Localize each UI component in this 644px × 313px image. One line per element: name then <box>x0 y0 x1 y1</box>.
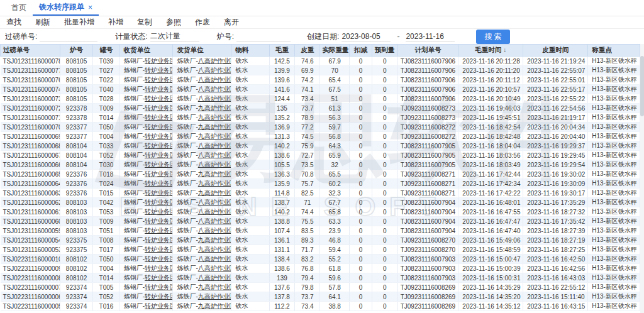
table-row[interactable]: TSJ02231116000008808102T014炼钢厂-转炉业务区炼铁厂-… <box>1 273 640 283</box>
table-row[interactable]: TSJ01231116000071923378T014炼钢厂-转炉业务区炼铁厂-… <box>1 113 640 123</box>
table-row[interactable]: TSJ02231116000010808102T050炼钢厂-转炉业务区炼铁厂-… <box>1 255 640 264</box>
col-expect[interactable]: 预到量 <box>372 45 397 57</box>
table-row[interactable]: TSJ02231116000005923374T016炼钢厂-转炉业务区炼铁厂-… <box>1 302 640 311</box>
cell-gross_time: 2023-11-16 19:45:51 <box>458 113 523 123</box>
scrollbar-thumb[interactable] <box>640 56 644 116</box>
col-gross-time[interactable]: 毛重时间↓ <box>458 45 523 57</box>
table-row[interactable]: TSJ01231116000062808103T042炼钢厂-转炉业务区炼铁厂-… <box>1 198 640 207</box>
cell-tare: 74.5 <box>295 132 320 141</box>
cell-material: 铁水 <box>231 151 270 160</box>
cell-expect: 0 <box>372 198 397 207</box>
sort-desc-icon[interactable]: ↓ <box>503 47 506 53</box>
toolbar-button[interactable]: 作废 <box>195 17 210 28</box>
col-plan-no[interactable]: 计划单号 <box>397 45 458 57</box>
cell-gross: 136.1 <box>269 236 294 245</box>
cell-gross: 139.6 <box>269 75 294 85</box>
tab-home[interactable]: 首页 <box>5 0 33 16</box>
cell-gross: 112.2 <box>269 302 294 311</box>
table-row[interactable]: TSJ01231116000059808103T051炼钢厂-转炉业务区炼铁厂-… <box>1 226 640 236</box>
cell-tank: T050 <box>93 255 119 264</box>
col-sender[interactable]: 发货单位 <box>173 45 231 57</box>
col-furnace[interactable]: 炉号 <box>60 45 92 57</box>
toolbar-button[interactable]: 刷新 <box>35 17 50 28</box>
cell-sender: 炼铁厂-八高炉作业区 <box>173 85 231 94</box>
table-row[interactable]: TSJ01231116000060808103T009炼钢厂-转炉业务区炼铁厂-… <box>1 217 640 226</box>
col-tank[interactable]: 罐号 <box>93 45 119 57</box>
table-row[interactable]: TSJ01231116000077808105T027炼钢厂-转炉业务区炼铁厂-… <box>1 66 640 75</box>
table-row[interactable]: TSJ01231116000072923378T009炼钢厂-转炉业务区炼铁厂-… <box>1 104 640 113</box>
cell-tank: T039 <box>93 57 119 66</box>
table-row[interactable]: TSJ01231116000068808104T033炼钢厂-转炉业务区炼铁厂-… <box>1 141 640 151</box>
date-to-input[interactable] <box>406 31 455 41</box>
toolbar-button[interactable]: 补增 <box>108 17 123 28</box>
table-row[interactable]: TSJ02231116000006923374T052炼钢厂-转炉业务区炼铁厂-… <box>1 292 640 302</box>
col-station[interactable]: 称重点 <box>588 45 640 57</box>
col-net[interactable]: 实际重量 <box>320 45 349 57</box>
table-row[interactable]: TSJ01231116000063923376T015炼钢厂-转炉业务区炼铁厂-… <box>1 189 640 198</box>
cell-net: 32.3 <box>320 189 349 198</box>
table-row[interactable]: TSJ01231116000066808104T030炼钢厂-转炉业务区炼铁厂-… <box>1 160 640 170</box>
col-material[interactable]: 物料 <box>231 45 270 57</box>
toolbar-button[interactable]: 离开 <box>224 17 239 28</box>
cell-tare: 69.9 <box>295 66 320 75</box>
cell-gross_time: 2023-11-16 17:42:44 <box>458 170 523 179</box>
tab-molten-iron-transfer[interactable]: 铁水转序跟单 × <box>33 0 99 16</box>
cell-gross_time: 2023-11-16 14:35:29 <box>458 283 523 292</box>
cell-station: H13-新区铁水秤 <box>588 226 640 236</box>
col-deduct[interactable]: 扣减 <box>349 45 372 57</box>
cell-net: 32 <box>320 160 349 170</box>
cell-material: 铁水 <box>231 292 270 302</box>
search-button[interactable]: 搜 索 <box>476 30 509 44</box>
table-row[interactable]: TSJ01231116000074808105T040炼钢厂-转炉业务区炼铁厂-… <box>1 85 640 94</box>
cell-material: 铁水 <box>231 207 270 217</box>
cell-receiver: 炼钢厂-转炉业务区 <box>119 57 173 66</box>
table-row[interactable]: TSJ01231116000070923377T050炼钢厂-转炉业务区炼铁厂-… <box>1 123 640 132</box>
cell-plan: TJ08231116007906 <box>397 94 458 104</box>
furnace-no-input[interactable] <box>236 31 291 41</box>
cell-plan: TJ08231116007903 <box>397 273 458 283</box>
cell-gross: 107.4 <box>269 226 294 236</box>
col-tare[interactable]: 皮重 <box>295 45 320 57</box>
col-gross[interactable]: 毛重 <box>269 45 294 57</box>
table-row[interactable]: TSJ01231116000073808105T028炼钢厂-转炉业务区炼铁厂-… <box>1 94 640 104</box>
close-icon[interactable]: × <box>88 3 92 12</box>
cell-gross: 141.6 <box>269 85 294 94</box>
cell-tank: T008 <box>93 236 119 245</box>
cell-furnace: 808102 <box>60 264 92 273</box>
cell-material: 铁水 <box>231 217 270 226</box>
table-row[interactable]: TSJ01231116000076808105T022炼钢厂-转炉业务区炼铁厂-… <box>1 75 640 85</box>
toolbar-button[interactable]: 参照 <box>166 17 181 28</box>
cell-net: 46.8 <box>320 236 349 245</box>
table-row[interactable]: TSJ01231116000067808104T052炼钢厂-转炉业务区炼铁厂-… <box>1 151 640 160</box>
cell-material: 铁水 <box>231 302 270 311</box>
cell-deduct: 0 <box>349 189 372 198</box>
cell-station: H13-新区铁水秤 <box>588 66 640 75</box>
toolbar-button[interactable]: 查找 <box>6 17 21 28</box>
weigh-no-input[interactable] <box>40 31 97 41</box>
cell-gross_time: 2023-11-16 20:10:49 <box>458 94 523 104</box>
cell-receiver: 炼钢厂-转炉业务区 <box>119 226 173 236</box>
vertical-scrollbar[interactable] <box>640 44 644 313</box>
col-tare-time[interactable]: 皮重时间 <box>523 45 588 57</box>
cell-sender: 炼铁厂-八高炉作业区 <box>173 160 231 170</box>
table-row[interactable]: TSJ02231116000007923374T005炼钢厂-转炉业务区炼铁厂-… <box>1 283 640 292</box>
date-from-input[interactable] <box>341 31 391 41</box>
cell-furnace: 923377 <box>60 123 92 132</box>
toolbar-button[interactable]: 批量补增 <box>64 17 94 28</box>
table-row[interactable]: TSJ01231116000065923376T018炼钢厂-转炉业务区炼铁厂-… <box>1 170 640 179</box>
measure-status-input[interactable] <box>150 31 199 41</box>
col-weigh-no[interactable]: 过磅单号 <box>1 45 60 57</box>
table-row[interactable]: TSJ01231116000053923375T017炼钢厂-转炉业务区炼铁厂-… <box>1 245 640 255</box>
cell-receiver: 炼钢厂-转炉业务区 <box>119 75 173 85</box>
table-row[interactable]: TSJ01231116000069923377T004炼钢厂-转炉业务区炼铁厂-… <box>1 132 640 141</box>
cell-tare: 73.4 <box>295 94 320 104</box>
table-row[interactable]: TSJ01231116000078808105T039炼钢厂-转炉业务区炼铁厂-… <box>1 57 640 66</box>
toolbar-button[interactable]: 复制 <box>137 17 152 28</box>
table-row[interactable]: TSJ01231116000064923376T024炼钢厂-转炉业务区炼铁厂-… <box>1 179 640 189</box>
table-row[interactable]: TSJ01231116000061808103T053炼钢厂-转炉业务区炼铁厂-… <box>1 207 640 217</box>
cell-tare_time: 2023-11-16 18:27:32 <box>523 207 588 217</box>
table-row[interactable]: TSJ02231116000009808102T004炼钢厂-转炉业务区炼铁厂-… <box>1 264 640 273</box>
cell-gross: 140.2 <box>269 207 294 217</box>
col-receiver[interactable]: 收货单位 <box>119 45 173 57</box>
table-row[interactable]: TSJ01231116000054923375T008炼钢厂-转炉业务区炼铁厂-… <box>1 236 640 245</box>
